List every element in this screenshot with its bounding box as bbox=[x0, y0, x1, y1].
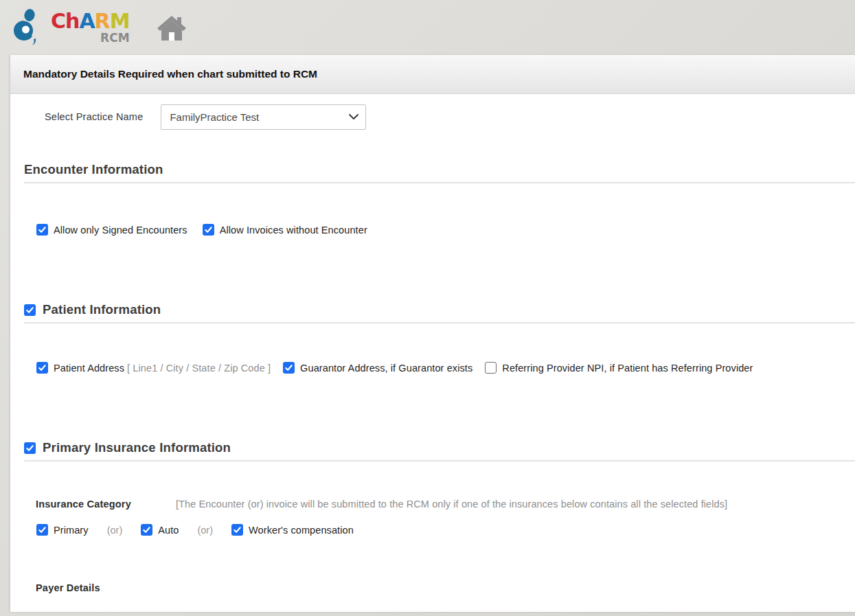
home-icon[interactable] bbox=[156, 12, 187, 43]
encounter-section-divider bbox=[24, 182, 855, 183]
primary-insurance-information-checkbox[interactable] bbox=[24, 442, 36, 454]
panel-content: Select Practice Name FamilyPractice Test… bbox=[10, 94, 855, 593]
patient-section-header: Patient Information bbox=[24, 302, 855, 317]
brand-text: ChARM RCM bbox=[51, 11, 130, 44]
patient-address-checkbox[interactable] bbox=[36, 362, 48, 374]
insurance-section-divider bbox=[24, 460, 855, 461]
or-separator-1: (or) bbox=[107, 525, 123, 536]
workers-compensation-label: Worker's compensation bbox=[249, 525, 354, 536]
guarantor-address-checkbox[interactable] bbox=[283, 362, 295, 374]
insurance-category-row: Insurance Category [The Encounter (or) i… bbox=[36, 499, 855, 510]
option-workers-compensation: Worker's compensation bbox=[231, 524, 354, 536]
or-separator-2: (or) bbox=[197, 525, 213, 536]
patient-address-label: Patient Address bbox=[54, 363, 124, 374]
top-band: ChARM RCM bbox=[0, 0, 855, 55]
allow-only-signed-encounters-label: Allow only Signed Encounters bbox=[54, 225, 187, 236]
patient-options-row: Patient Address [ Line1 / City / State /… bbox=[36, 362, 855, 374]
option-guarantor-address: Guarantor Address, if Guarantor exists bbox=[283, 362, 472, 374]
practice-select[interactable]: FamilyPractice Test bbox=[161, 104, 366, 130]
encounter-options-row: Allow only Signed Encounters Allow Invoi… bbox=[36, 224, 855, 236]
patient-section-title: Patient Information bbox=[43, 302, 161, 317]
insurance-section-header: Primary Insurance Information bbox=[24, 440, 855, 455]
allow-invoices-without-encounter-checkbox[interactable] bbox=[203, 224, 214, 236]
workers-compensation-checkbox[interactable] bbox=[231, 524, 243, 536]
option-allow-only-signed-encounters: Allow only Signed Encounters bbox=[36, 224, 187, 236]
auto-checkbox[interactable] bbox=[141, 524, 152, 536]
practice-select-wrap: FamilyPractice Test bbox=[161, 104, 366, 130]
insurance-options-row: Primary (or) Auto (or) Worker's compensa… bbox=[36, 524, 855, 536]
practice-name-label: Select Practice Name bbox=[45, 111, 143, 122]
primary-checkbox[interactable] bbox=[36, 524, 48, 536]
main-panel: Mandatory Details Required when chart su… bbox=[10, 55, 855, 612]
option-patient-address: Patient Address [ Line1 / City / State /… bbox=[36, 362, 271, 374]
payer-details-label: Payer Details bbox=[36, 582, 855, 593]
guarantor-address-label: Guarantor Address, if Guarantor exists bbox=[300, 363, 472, 374]
option-allow-invoices-without-encounter: Allow Invoices without Encounter bbox=[203, 224, 367, 236]
page-title: Mandatory Details Required when chart su… bbox=[23, 68, 317, 80]
patient-address-hint: [ Line1 / City / State / Zip Code ] bbox=[127, 363, 271, 374]
patient-section-divider bbox=[24, 322, 855, 323]
referring-provider-npi-checkbox[interactable] bbox=[485, 362, 497, 374]
allow-invoices-without-encounter-label: Allow Invoices without Encounter bbox=[220, 225, 367, 236]
option-referring-provider-npi: Referring Provider NPI, if Patient has R… bbox=[485, 362, 753, 374]
option-auto: Auto bbox=[141, 524, 179, 536]
insurance-section-title: Primary Insurance Information bbox=[43, 440, 231, 455]
encounter-section-header: Encounter Information bbox=[24, 162, 855, 177]
brand-name: ChARM bbox=[51, 11, 130, 32]
title-bar: Mandatory Details Required when chart su… bbox=[10, 55, 855, 94]
auto-label: Auto bbox=[158, 525, 179, 536]
brand-subtitle: RCM bbox=[51, 32, 130, 44]
insurance-category-hint: [The Encounter (or) invoice will be subm… bbox=[176, 499, 727, 510]
encounter-section-title: Encounter Information bbox=[24, 162, 163, 177]
person-logo-icon bbox=[11, 8, 44, 47]
referring-provider-npi-label: Referring Provider NPI, if Patient has R… bbox=[502, 363, 753, 374]
practice-row: Select Practice Name FamilyPractice Test bbox=[45, 104, 855, 130]
charm-logo[interactable]: ChARM RCM bbox=[11, 8, 130, 47]
primary-label: Primary bbox=[54, 525, 89, 536]
allow-only-signed-encounters-checkbox[interactable] bbox=[36, 224, 48, 236]
patient-information-checkbox[interactable] bbox=[24, 304, 36, 316]
option-primary: Primary bbox=[36, 524, 89, 536]
insurance-category-label: Insurance Category bbox=[36, 499, 131, 510]
